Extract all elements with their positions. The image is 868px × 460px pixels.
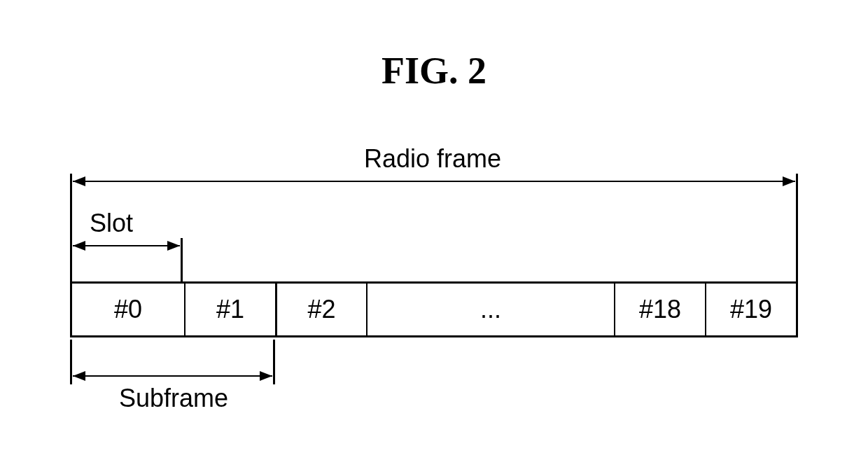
slot-0: #0 — [72, 284, 184, 335]
radio-frame-tick-right — [796, 174, 798, 281]
slot-1: #1 — [184, 284, 275, 335]
slot-2: #2 — [275, 284, 366, 335]
radio-frame-dim — [73, 181, 795, 182]
slot-18: #18 — [614, 284, 705, 335]
subframe-dim — [73, 375, 272, 377]
slot-ellipsis: ... — [366, 284, 614, 335]
subframe-tick-right — [273, 340, 275, 384]
slot-label: Slot — [90, 209, 133, 238]
radio-frame-tick-left — [70, 174, 72, 281]
slot-tick-right — [181, 238, 183, 281]
radio-frame-label: Radio frame — [364, 144, 501, 174]
figure-title: FIG. 2 — [0, 49, 868, 92]
subframe-tick-left — [70, 340, 72, 384]
slot-19: #19 — [705, 284, 796, 335]
slot-dim — [73, 245, 180, 246]
subframe-label: Subframe — [119, 384, 228, 413]
slot-row: #0 #1 #2 ... #18 #19 — [70, 281, 798, 337]
figure-stage: FIG. 2 Radio frame Slot #0 #1 #2 ... #18… — [0, 0, 868, 460]
